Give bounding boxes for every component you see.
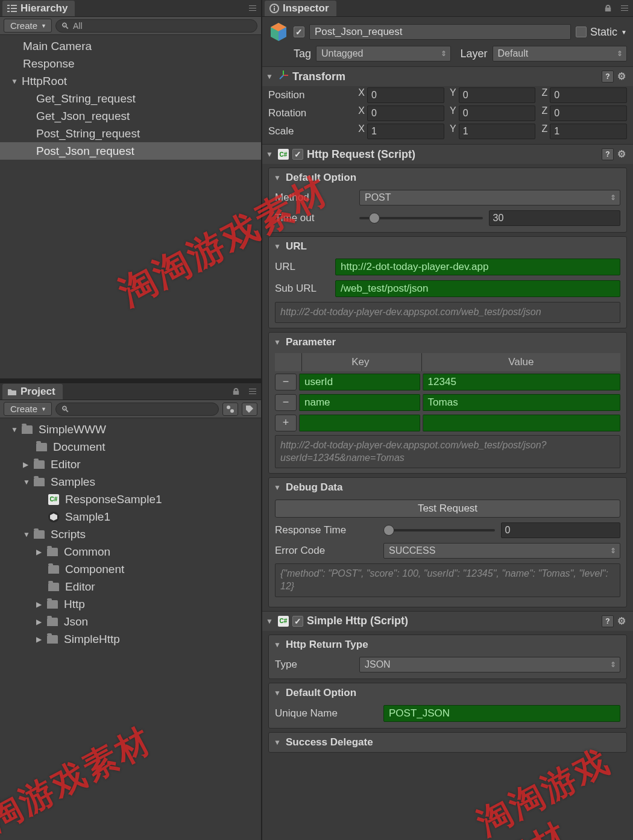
param-value-input[interactable]: [423, 415, 620, 431]
project-folder[interactable]: Component: [0, 560, 261, 578]
method-dropdown[interactable]: POST: [359, 190, 620, 205]
project-asset[interactable]: C#ResponseSample1: [0, 491, 261, 508]
gear-icon[interactable]: ⚙: [617, 148, 629, 160]
project-folder[interactable]: ▶Http: [0, 595, 261, 613]
hierarchy-item[interactable]: Post_String_request: [0, 125, 261, 142]
hierarchy-item[interactable]: Get_Json_request: [0, 107, 261, 125]
panel-menu-icon[interactable]: [249, 389, 256, 394]
type-label: Type: [275, 659, 353, 671]
error-code-dropdown[interactable]: SUCCESS: [383, 543, 620, 559]
panel-menu-icon[interactable]: [621, 5, 628, 11]
add-param-button[interactable]: +: [275, 415, 297, 431]
foldout-icon[interactable]: ▶: [36, 618, 43, 626]
help-button[interactable]: ?: [602, 71, 614, 83]
scale-label: Scale: [268, 125, 353, 137]
suburl-input[interactable]: /web_test/post/json: [335, 280, 620, 297]
timeout-slider[interactable]: [359, 217, 483, 219]
test-request-button[interactable]: Test Request: [275, 500, 620, 518]
rot-z-input[interactable]: 0: [550, 105, 627, 121]
foldout-icon[interactable]: ▼: [274, 641, 281, 649]
foldout-icon[interactable]: ▼: [274, 738, 281, 747]
foldout-icon[interactable]: ▼: [266, 72, 273, 81]
foldout-icon[interactable]: ▼: [266, 617, 273, 625]
component-enable-checkbox[interactable]: [292, 149, 303, 160]
param-key-input[interactable]: userId: [299, 374, 420, 390]
hierarchy-item-selected[interactable]: Post_Json_request: [0, 142, 261, 160]
filter-by-type-button[interactable]: [222, 403, 238, 416]
project-folder[interactable]: Document: [0, 438, 261, 456]
foldout-icon[interactable]: ▼: [23, 530, 30, 539]
project-folder[interactable]: ▼SimpleWWW: [0, 421, 261, 438]
project-folder[interactable]: ▼Scripts: [0, 525, 261, 543]
project-folder[interactable]: ▶Common: [0, 543, 261, 560]
type-dropdown[interactable]: JSON: [359, 657, 620, 672]
tag-dropdown[interactable]: Untagged: [316, 46, 450, 61]
hierarchy-search-input[interactable]: 🔍︎ All: [55, 19, 257, 33]
hierarchy-item[interactable]: Response: [0, 55, 261, 72]
pos-y-input[interactable]: 0: [459, 87, 536, 103]
foldout-icon[interactable]: ▼: [23, 478, 30, 486]
remove-param-button[interactable]: −: [275, 394, 297, 411]
filter-by-label-button[interactable]: [242, 403, 257, 416]
lock-icon[interactable]: 🔒︎: [225, 386, 247, 396]
lock-icon[interactable]: 🔒︎: [597, 3, 619, 13]
hierarchy-tab[interactable]: Hierarchy: [2, 1, 75, 16]
scale-z-input[interactable]: 1: [550, 124, 627, 139]
hierarchy-item[interactable]: Get_String_request: [0, 90, 261, 107]
project-folder[interactable]: ▶SimpleHttp: [0, 630, 261, 648]
component-enable-checkbox[interactable]: [292, 616, 303, 627]
scale-x-input[interactable]: 1: [367, 124, 444, 139]
project-search-input[interactable]: 🔍︎: [55, 403, 219, 416]
gear-icon[interactable]: ⚙: [617, 71, 629, 83]
pos-x-input[interactable]: 0: [367, 87, 444, 103]
pos-z-input[interactable]: 0: [550, 87, 627, 103]
gameobject-name-input[interactable]: Post_Json_request: [309, 24, 571, 40]
rot-x-input[interactable]: 0: [367, 105, 444, 121]
foldout-icon[interactable]: ▼: [274, 338, 281, 346]
panel-menu-icon[interactable]: [249, 5, 256, 11]
inspector-tab[interactable]: Inspector: [265, 1, 336, 16]
param-key-input[interactable]: name: [299, 394, 420, 411]
remove-param-button[interactable]: −: [275, 374, 297, 390]
chevron-down-icon[interactable]: ▼: [621, 29, 627, 36]
help-button[interactable]: ?: [602, 615, 614, 627]
foldout-icon[interactable]: ▼: [11, 425, 18, 434]
project-folder[interactable]: ▶Editor: [0, 456, 261, 473]
response-time-input[interactable]: 0: [501, 522, 621, 538]
layer-dropdown[interactable]: Default: [493, 46, 627, 61]
project-folder[interactable]: ▶Json: [0, 613, 261, 630]
foldout-icon[interactable]: ▼: [11, 77, 18, 86]
param-value-input[interactable]: Tomas: [423, 394, 620, 411]
help-button[interactable]: ?: [602, 148, 614, 160]
unique-name-input[interactable]: POST_JSON: [383, 705, 620, 722]
gear-icon[interactable]: ⚙: [617, 615, 629, 627]
hierarchy-item[interactable]: Main Camera: [0, 37, 261, 55]
static-checkbox[interactable]: [576, 27, 587, 37]
foldout-icon[interactable]: ▼: [274, 242, 281, 251]
foldout-icon[interactable]: ▶: [36, 548, 43, 556]
url-input[interactable]: http://2-dot-today-player-dev.app: [335, 259, 620, 275]
foldout-icon[interactable]: ▼: [266, 150, 273, 158]
param-key-input[interactable]: [299, 415, 420, 431]
project-asset[interactable]: Sample1: [0, 508, 261, 525]
hierarchy-create-button[interactable]: Create ▼: [4, 19, 52, 33]
project-folder[interactable]: Editor: [0, 578, 261, 595]
foldout-icon[interactable]: ▼: [274, 174, 281, 182]
project-create-button[interactable]: Create ▼: [4, 402, 52, 416]
response-time-slider[interactable]: [383, 529, 495, 531]
param-value-input[interactable]: 12345: [423, 374, 620, 390]
scale-y-input[interactable]: 1: [459, 124, 536, 139]
panel-resize-handle[interactable]: [0, 378, 261, 383]
foldout-icon[interactable]: ▼: [274, 483, 281, 492]
foldout-icon[interactable]: ▶: [23, 460, 30, 469]
active-checkbox[interactable]: [294, 27, 304, 37]
foldout-icon[interactable]: ▶: [36, 600, 43, 609]
timeout-input[interactable]: 30: [489, 210, 621, 226]
project-folder[interactable]: ▼Samples: [0, 473, 261, 491]
foldout-icon[interactable]: ▶: [36, 635, 43, 644]
hierarchy-item-httproot[interactable]: ▼HttpRoot: [0, 72, 261, 90]
suburl-label: Sub URL: [275, 283, 329, 295]
rot-y-input[interactable]: 0: [459, 105, 536, 121]
project-tab[interactable]: Project: [2, 384, 63, 400]
foldout-icon[interactable]: ▼: [274, 689, 281, 697]
